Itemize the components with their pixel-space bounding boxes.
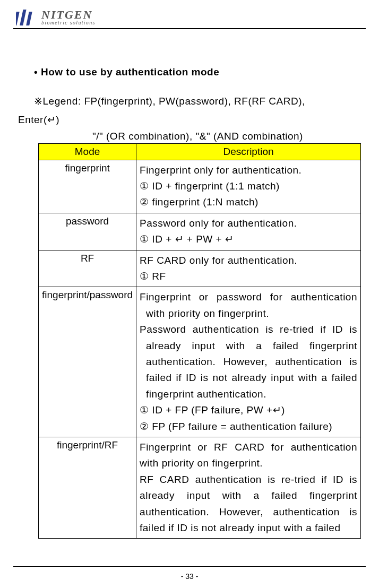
table-row: RF RF CARD only for authentication. ① RF [39, 250, 361, 287]
legend-line-3: "/" (OR combination), "&" (AND combinati… [92, 131, 363, 142]
header-divider [13, 28, 366, 29]
page: NITGEN biometric solutions How to use by… [0, 0, 379, 588]
table-row: fingerprint/RF Fingerprint or RF CARD fo… [39, 437, 361, 538]
table-header-row: Mode Description [39, 143, 361, 160]
desc-cell: Fingerprint only for authentication. ① I… [136, 160, 361, 213]
mode-cell: password [39, 213, 136, 250]
desc-cell: Fingerprint or RF CARD for authenticatio… [136, 437, 361, 538]
desc-text: Fingerprint only for authentication. ① I… [140, 165, 302, 208]
desc-p1: Fingerprint or RF CARD for authenticatio… [140, 439, 357, 472]
brand-block: NITGEN biometric solutions [41, 10, 96, 26]
table-row: password Password only for authenticatio… [39, 213, 361, 250]
desc-cell: Fingerprint or password for authenticati… [136, 287, 361, 437]
mode-cell: fingerprint [39, 160, 136, 213]
legend-line-1: ※Legend: FP(fingerprint), PW(password), … [34, 93, 363, 109]
page-number: - 33 - [0, 572, 379, 581]
mode-cell: fingerprint/RF [39, 437, 136, 538]
brand-name: NITGEN [41, 10, 96, 20]
desc-l2: ② FP (FP failure = authentication failur… [140, 421, 332, 432]
table-row: fingerprint Fingerprint only for authent… [39, 160, 361, 213]
footer-divider [13, 566, 366, 567]
mode-cell: RF [39, 250, 136, 287]
brand-sub: biometric solutions [41, 20, 96, 25]
desc-text: Password only for authentication. ① ID +… [140, 218, 297, 245]
table-row: fingerprint/password Fingerprint or pass… [39, 287, 361, 437]
desc-cell: RF CARD only for authentication. ① RF [136, 250, 361, 287]
desc-p2: Password authentication is re-tried if I… [140, 322, 357, 402]
desc-text: RF CARD only for authentication. ① RF [140, 255, 297, 282]
section-title: How to use by authentication mode [34, 66, 363, 78]
logo-icon [16, 8, 37, 27]
desc-p2: RF CARD authentication is re-tried if ID… [140, 472, 357, 537]
modes-table: Mode Description fingerprint Fingerprint… [38, 143, 361, 539]
desc-l1: ① ID + FP (FP failure, PW +↵) [140, 404, 285, 416]
header: NITGEN biometric solutions [16, 8, 363, 27]
col-mode: Mode [39, 143, 136, 160]
desc-cell: Password only for authentication. ① ID +… [136, 213, 361, 250]
desc-p1: Fingerprint or password for authenticati… [140, 289, 357, 322]
legend-line-2: Enter(↵) [18, 111, 363, 128]
col-desc: Description [136, 143, 361, 160]
mode-cell: fingerprint/password [39, 287, 136, 437]
